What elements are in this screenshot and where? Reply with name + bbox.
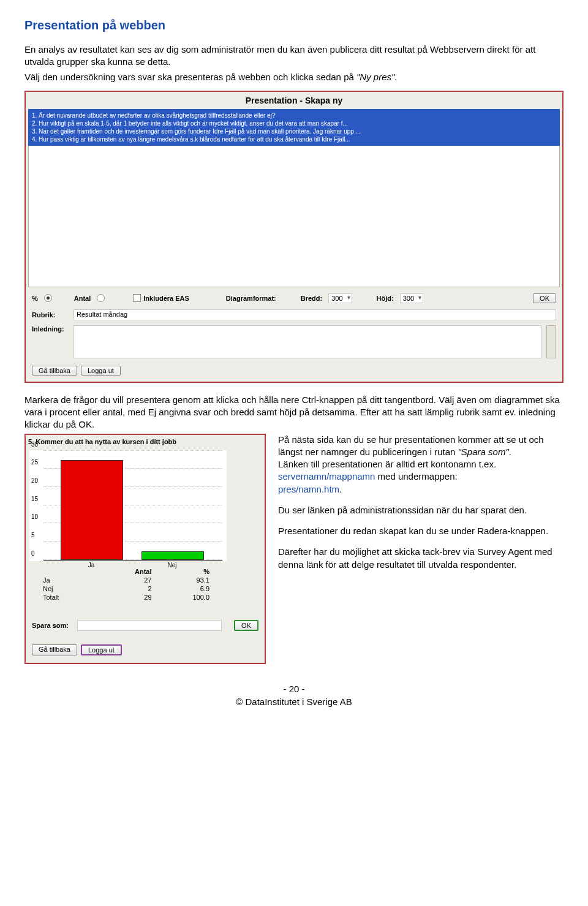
save-ok-button[interactable]: OK <box>234 620 258 631</box>
height-select[interactable]: 300 <box>400 293 423 303</box>
question-listbox[interactable]: 1. Är det nuvarande utbudet av nedfarter… <box>28 109 560 146</box>
bar-label-nej: Nej <box>141 560 203 568</box>
back-button[interactable]: Gå tillbaka <box>32 366 77 376</box>
middle-paragraph: Markera de frågor du vill presentera gen… <box>24 394 564 431</box>
width-select[interactable]: 300 <box>328 293 352 303</box>
ytick-label: 15 <box>31 495 38 502</box>
result-table: Antal % Ja 27 93.1 Nej 2 6.9 Totalt 29 1… <box>40 567 212 602</box>
ytick-label: 20 <box>31 477 38 483</box>
save-as-input[interactable] <box>77 620 222 631</box>
radio-on-icon <box>44 294 52 302</box>
back-button-2[interactable]: Gå tillbaka <box>32 644 77 655</box>
table-row: Ja 27 93.1 <box>40 576 212 584</box>
percent-label: % <box>32 295 38 302</box>
scrollbar[interactable] <box>546 325 556 358</box>
panel-title: Presentation - Skapa ny <box>26 92 562 109</box>
question-item[interactable]: 2. Hur viktigt på en skala 1-5, där 1 be… <box>32 119 556 127</box>
presentation-create-panel: Presentation - Skapa ny 1. Är det nuvara… <box>24 91 564 383</box>
question-listbox-empty[interactable] <box>28 146 560 287</box>
antal-label: Antal <box>74 295 91 302</box>
inledning-label: Inledning: <box>32 325 69 333</box>
question-item[interactable]: 1. Är det nuvarande utbudet av nedfarter… <box>32 111 556 119</box>
ytick-label: 30 <box>31 440 38 447</box>
page-number: - 20 - <box>24 682 564 695</box>
checkbox-icon <box>133 294 141 302</box>
bar-ja <box>61 460 123 559</box>
save-as-label: Spara som: <box>32 622 74 629</box>
result-preview-panel: 5. Kommer du att ha nytta av kursen i di… <box>24 434 266 664</box>
antal-radio[interactable] <box>97 294 105 302</box>
question-item[interactable]: 4. Hur pass viktig är tillkomsten av nya… <box>32 135 556 143</box>
page-title: Presentation på webben <box>24 18 564 32</box>
right-text-column: På nästa sida kan du se hur presentation… <box>278 434 564 579</box>
width-label: Bredd: <box>301 295 322 302</box>
include-eas-checkbox[interactable]: Inkludera EAS <box>133 294 189 302</box>
table-row: Totalt 29 100.0 <box>40 593 212 602</box>
col-pct: % <box>154 567 212 576</box>
question-item[interactable]: 3. När det gäller framtiden och de inves… <box>32 127 556 135</box>
ytick-label: 0 <box>31 549 35 556</box>
ytick-label: 25 <box>31 459 38 466</box>
radio-off-icon <box>97 294 105 302</box>
col-antal: Antal <box>96 567 154 576</box>
table-row: Nej 2 6.9 <box>40 584 212 593</box>
bar-nej <box>141 551 204 560</box>
chart-title: 5. Kommer du att ha nytta av kursen i di… <box>26 435 265 450</box>
copyright: © DataInstitutet i Sverige AB <box>24 695 564 708</box>
inledning-textarea[interactable] <box>74 325 541 358</box>
height-label: Höjd: <box>377 295 394 302</box>
ok-button[interactable]: OK <box>533 293 556 303</box>
diagram-format-label: Diagramformat: <box>226 295 276 302</box>
rubrik-input[interactable]: Resultat måndag <box>74 309 556 320</box>
logout-button[interactable]: Logga ut <box>81 366 121 376</box>
percent-radio[interactable] <box>44 294 52 302</box>
rubrik-label: Rubrik: <box>32 311 69 319</box>
intro-paragraph-1: En analys av resultatet kan ses av dig s… <box>24 43 564 69</box>
bar-chart: 051015202530 Ja Nej <box>29 450 227 561</box>
logout-button-2[interactable]: Logga ut <box>81 644 122 655</box>
ytick-label: 5 <box>31 531 35 538</box>
ytick-label: 10 <box>31 513 38 520</box>
bar-label-ja: Ja <box>61 560 122 568</box>
intro-paragraph-2: Välj den undersökning vars svar ska pres… <box>24 71 564 83</box>
